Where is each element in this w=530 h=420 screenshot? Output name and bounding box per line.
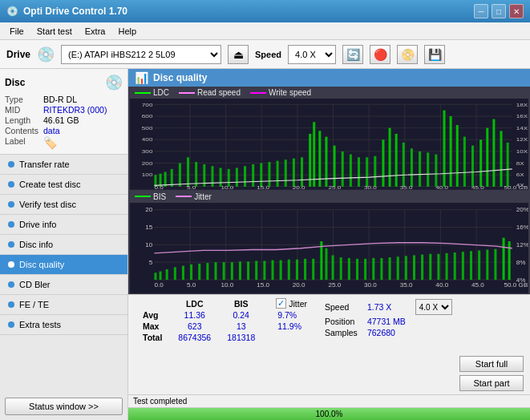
svg-rect-23 (187, 157, 189, 187)
svg-rect-122 (271, 260, 273, 279)
svg-rect-45 (358, 157, 360, 187)
nav-transfer-rate[interactable]: Transfer rate (0, 155, 127, 175)
max-bis: 13 (219, 321, 263, 332)
samples-value: 762680 (362, 327, 411, 338)
drive-bar: Drive 💿 (E:) ATAPI iHBS212 2 5L09 ⏏ Spee… (0, 40, 530, 69)
svg-rect-92 (130, 203, 528, 294)
nav-extra-tests[interactable]: Extra tests (0, 315, 127, 335)
svg-rect-146 (462, 252, 464, 280)
menu-extra[interactable]: Extra (79, 25, 112, 38)
svg-text:0.0: 0.0 (154, 186, 163, 190)
menu-bar: File Start test Extra Help (0, 22, 530, 40)
svg-text:20.0: 20.0 (293, 281, 305, 288)
menu-start-test[interactable]: Start test (30, 25, 79, 38)
svg-rect-116 (223, 262, 225, 280)
svg-rect-35 (285, 160, 287, 187)
max-ldc: 623 (170, 321, 219, 332)
svg-text:5: 5 (149, 259, 153, 265)
svg-text:16X: 16X (516, 114, 528, 119)
svg-rect-46 (366, 157, 368, 187)
svg-rect-124 (288, 259, 290, 279)
nav-drive-info[interactable]: Drive info (0, 215, 127, 235)
speed-select[interactable]: 4.0 X (415, 299, 452, 315)
svg-rect-127 (312, 258, 314, 279)
status-bar: Test completed (128, 394, 530, 407)
length-value: 46.61 GB (43, 115, 123, 125)
svg-text:8%: 8% (516, 259, 526, 265)
svg-text:400: 400 (142, 137, 153, 142)
nav-create-test-disc[interactable]: Create test disc (0, 175, 127, 195)
label-label: Label (5, 136, 38, 149)
svg-rect-113 (198, 263, 200, 279)
avg-ldc: 11.36 (170, 309, 219, 321)
svg-rect-61 (479, 139, 482, 187)
status-text: Test completed (133, 397, 187, 406)
close-button[interactable]: ✕ (509, 4, 524, 18)
svg-rect-26 (211, 166, 213, 187)
svg-text:35.0: 35.0 (400, 186, 413, 190)
status-window-button[interactable]: Status window >> (5, 398, 123, 415)
length-label: Length (5, 115, 38, 125)
avg-bis: 0.24 (219, 309, 263, 321)
svg-text:25.0: 25.0 (328, 186, 341, 190)
erase-button[interactable]: 📀 (397, 45, 418, 64)
svg-text:5.0: 5.0 (187, 281, 196, 288)
svg-rect-0 (130, 99, 528, 190)
svg-text:10X: 10X (516, 149, 528, 154)
svg-text:16%: 16% (516, 224, 528, 230)
nav-fe-te[interactable]: FE / TE (0, 295, 127, 315)
svg-rect-125 (296, 259, 298, 279)
svg-rect-43 (342, 151, 344, 187)
drive-select[interactable]: (E:) ATAPI iHBS212 2 5L09 (61, 45, 221, 64)
svg-rect-53 (419, 151, 421, 187)
ldc-chart: 700 600 500 400 300 200 100 18X 16X 14X … (130, 99, 528, 190)
svg-text:12X: 12X (516, 137, 528, 142)
bottom-chart-legend: BIS Jitter (128, 191, 530, 203)
svg-text:40.0: 40.0 (435, 281, 448, 288)
total-ldc: 8674356 (170, 332, 219, 343)
svg-rect-141 (421, 254, 423, 279)
svg-rect-133 (356, 258, 358, 279)
svg-text:10.0: 10.0 (221, 186, 234, 190)
ldc-col-header: LDC (170, 298, 219, 309)
start-full-button[interactable]: Start full (459, 356, 524, 372)
svg-rect-138 (397, 256, 399, 280)
menu-help[interactable]: Help (111, 25, 143, 38)
svg-rect-36 (293, 159, 295, 187)
nav-cd-bler[interactable]: CD Bler (0, 275, 127, 295)
nav-disc-info[interactable]: Disc info (0, 235, 127, 255)
jitter-checkbox[interactable]: ✓ (276, 298, 286, 309)
svg-rect-50 (395, 134, 398, 187)
contents-label: Contents (5, 126, 38, 135)
svg-rect-27 (220, 168, 222, 186)
refresh-button[interactable]: 🔄 (342, 45, 363, 64)
minimize-button[interactable]: ─ (474, 4, 488, 18)
speed-select[interactable]: 4.0 X (288, 45, 336, 64)
drive-label: Drive (6, 49, 30, 60)
speed-value: 1.73 X (362, 298, 411, 316)
avg-label: Avg (135, 309, 170, 321)
svg-rect-112 (190, 264, 192, 279)
eject-button[interactable]: ⏏ (228, 45, 249, 64)
svg-text:30.0: 30.0 (364, 281, 377, 288)
svg-rect-51 (403, 143, 405, 187)
svg-rect-123 (280, 260, 282, 279)
jitter-section: ✓ Jitter 9.7% 11.9% (276, 298, 307, 342)
burn-button[interactable]: 🔴 (370, 45, 390, 64)
svg-rect-149 (486, 249, 488, 280)
sidebar: Disc 💿 Type BD-R DL MID RITEKDR3 (000) L… (0, 69, 128, 420)
svg-rect-40 (318, 131, 321, 187)
disc-panel-title: Disc (5, 77, 25, 88)
menu-file[interactable]: File (3, 25, 30, 38)
svg-rect-22 (179, 164, 181, 187)
save-button[interactable]: 💾 (424, 45, 445, 64)
disc-icon: 💿 (105, 74, 123, 91)
nav-disc-quality[interactable]: Disc quality (0, 255, 127, 275)
nav-verify-test-disc[interactable]: Verify test disc (0, 195, 127, 215)
svg-text:20.0: 20.0 (293, 186, 305, 190)
maximize-button[interactable]: □ (492, 4, 506, 18)
progress-text: 100.0% (128, 408, 530, 420)
start-part-button[interactable]: Start part (459, 375, 524, 391)
svg-rect-135 (372, 257, 374, 279)
svg-rect-144 (446, 252, 448, 279)
